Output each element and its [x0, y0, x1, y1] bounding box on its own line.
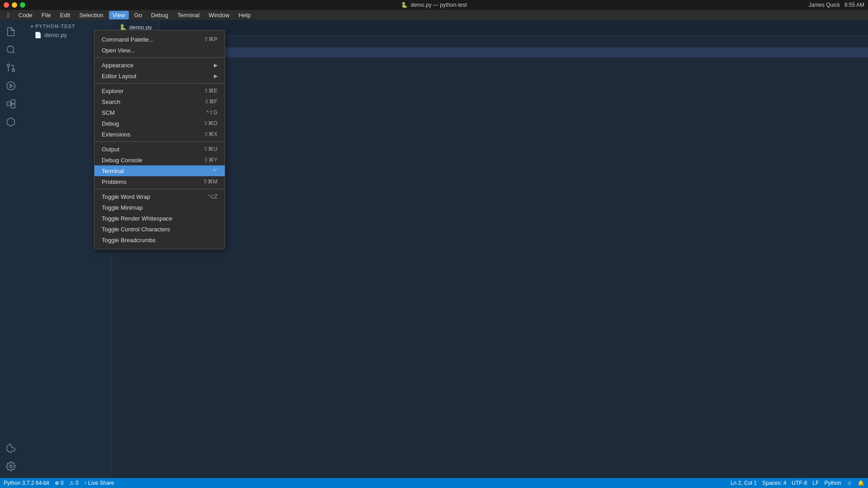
menu-section-4: Output ⇧⌘U Debug Console ⇧⌘Y Terminal ^`…	[94, 142, 225, 189]
main-content: ▾ PYTHON-TEST 📄 demo.py 🐍 demo.py print(…	[0, 20, 868, 478]
menu-item-toggle-render-whitespace[interactable]: Toggle Render Whitespace	[94, 213, 225, 224]
status-live-share-text: ↑ Live Share	[84, 480, 114, 486]
maximize-button[interactable]	[20, 2, 25, 8]
svg-rect-8	[11, 100, 15, 103]
file-icon: 📄	[34, 32, 42, 38]
view-menu-dropdown[interactable]: Command Palette... ⇧⌘P Open View... Appe…	[94, 30, 225, 249]
menu-item-editor-layout[interactable]: Editor Layout ▶	[94, 70, 225, 81]
status-language-text: Python	[824, 480, 841, 486]
status-language[interactable]: Python	[824, 480, 841, 486]
clock: 8:55 AM	[844, 2, 864, 8]
menu-help[interactable]: Help	[235, 11, 255, 19]
menu-selection[interactable]: Selection	[75, 11, 107, 19]
file-icon: 🐍	[401, 2, 408, 8]
submenu-arrow-icon-2: ▶	[214, 73, 217, 79]
status-python-version[interactable]: Python 3.7.2 64-bit	[4, 480, 49, 486]
status-feedback-icon: ☺	[847, 480, 852, 486]
svg-rect-7	[7, 102, 10, 105]
svg-line-1	[13, 52, 14, 53]
username: James Quick	[809, 2, 840, 8]
svg-point-2	[12, 69, 15, 72]
submenu-arrow-icon: ▶	[214, 62, 217, 68]
menu-item-scm[interactable]: SCM ^⇧G	[94, 107, 225, 118]
status-bar-right: Ln 2, Col 1 Spaces: 4 UTF-8 LF Python ☺ …	[731, 480, 864, 486]
svg-point-10	[9, 465, 12, 468]
status-errors-text: ⊗ 0	[55, 480, 64, 486]
menu-item-search[interactable]: Search ⇧⌘F	[94, 96, 225, 107]
activity-scm-icon[interactable]	[3, 60, 19, 76]
chevron-down-icon: ▾	[31, 24, 33, 29]
sidebar-project-header[interactable]: ▾ PYTHON-TEST	[22, 20, 112, 31]
editor-area: 🐍 demo.py print("Hello world")	[112, 20, 868, 478]
title-text: demo.py — python-test	[410, 2, 467, 8]
menu-debug[interactable]: Debug	[147, 11, 172, 19]
svg-rect-9	[11, 104, 15, 108]
activity-search-icon[interactable]	[3, 42, 19, 58]
menu-edit[interactable]: Edit	[57, 11, 74, 19]
svg-point-0	[7, 46, 14, 53]
code-line-2	[112, 47, 868, 57]
menu-section-2: Appearance ▶ Editor Layout ▶	[94, 58, 225, 84]
svg-point-5	[7, 82, 15, 90]
editor-content[interactable]: print("Hello world")	[112, 36, 868, 59]
activity-debug-icon[interactable]	[3, 78, 19, 94]
activity-paint-icon[interactable]	[3, 440, 19, 456]
menu-view[interactable]: View	[109, 11, 129, 19]
menu-section-3: Explorer ⇧⌘E Search ⇧⌘F SCM ^⇧G Debug ⇧⌘…	[94, 84, 225, 142]
status-spaces[interactable]: Spaces: 4	[762, 480, 786, 486]
menu-item-toggle-breadcrumbs[interactable]: Toggle Breadcrumbs	[94, 235, 225, 245]
status-live-share[interactable]: ↑ Live Share	[84, 480, 114, 486]
activity-files-icon[interactable]	[3, 23, 19, 40]
menu-item-output[interactable]: Output ⇧⌘U	[94, 144, 225, 155]
activity-extensions-icon[interactable]	[3, 96, 19, 112]
menu-item-extensions[interactable]: Extensions ⇧⌘X	[94, 129, 225, 140]
menubar:  Code File Edit Selection View Go Debug…	[0, 10, 868, 20]
status-encoding[interactable]: UTF-8	[792, 480, 807, 486]
editor-tab-bar: 🐍 demo.py	[112, 20, 868, 36]
menu-item-terminal[interactable]: Terminal ^`	[94, 165, 225, 176]
minimize-button[interactable]	[12, 2, 17, 8]
traffic-lights	[4, 2, 25, 8]
menu-file[interactable]: File	[38, 11, 55, 19]
status-feedback[interactable]: ☺	[847, 480, 852, 486]
status-position[interactable]: Ln 2, Col 1	[731, 480, 757, 486]
menu-item-appearance[interactable]: Appearance ▶	[94, 60, 225, 70]
menu-item-debug[interactable]: Debug ⇧⌘D	[94, 118, 225, 129]
titlebar: 🐍 demo.py — python-test James Quick 8:55…	[0, 0, 868, 10]
status-errors[interactable]: ⊗ 0	[55, 480, 64, 486]
status-python-text: Python 3.7.2 64-bit	[4, 480, 49, 486]
menu-terminal[interactable]: Terminal	[174, 11, 203, 19]
project-name: PYTHON-TEST	[35, 23, 75, 29]
menu-item-toggle-word-wrap[interactable]: Toggle Word Wrap ⌥Z	[94, 191, 225, 202]
activity-bar	[0, 20, 22, 478]
status-bar: Python 3.7.2 64-bit ⊗ 0 ⚠ 0 ↑ Live Share…	[0, 478, 868, 488]
status-bar-left: Python 3.7.2 64-bit ⊗ 0 ⚠ 0 ↑ Live Share	[4, 480, 114, 486]
menu-item-debug-console[interactable]: Debug Console ⇧⌘Y	[94, 155, 225, 165]
close-button[interactable]	[4, 2, 9, 8]
status-eol[interactable]: LF	[812, 480, 819, 486]
svg-point-3	[7, 64, 10, 67]
activity-remote-icon[interactable]	[3, 114, 19, 130]
status-spaces-text: Spaces: 4	[762, 480, 786, 486]
activity-settings-icon[interactable]	[3, 458, 19, 474]
status-warnings[interactable]: ⚠ 0	[69, 480, 79, 486]
status-encoding-text: UTF-8	[792, 480, 807, 486]
window-title: 🐍 demo.py — python-test	[401, 2, 467, 8]
menu-item-toggle-control-characters[interactable]: Toggle Control Characters	[94, 224, 225, 235]
menu-code[interactable]: Code	[15, 11, 36, 19]
system-info: James Quick 8:55 AM	[809, 2, 864, 8]
menu-item-open-view[interactable]: Open View...	[94, 45, 225, 56]
svg-marker-6	[10, 84, 13, 87]
menu-item-toggle-minimap[interactable]: Toggle Minimap	[94, 202, 225, 213]
code-line-1: print("Hello world")	[112, 38, 868, 47]
menu-go[interactable]: Go	[131, 11, 146, 19]
status-bell-icon: 🔔	[858, 480, 864, 486]
menu-item-command-palette[interactable]: Command Palette... ⇧⌘P	[94, 34, 225, 45]
menu-apple[interactable]: 	[4, 11, 13, 19]
status-warnings-text: ⚠ 0	[69, 480, 79, 486]
menu-item-problems[interactable]: Problems ⇧⌘M	[94, 176, 225, 187]
status-bell[interactable]: 🔔	[858, 480, 864, 486]
menu-section-5: Toggle Word Wrap ⌥Z Toggle Minimap Toggl…	[94, 189, 225, 247]
menu-window[interactable]: Window	[205, 11, 233, 19]
menu-item-explorer[interactable]: Explorer ⇧⌘E	[94, 85, 225, 96]
